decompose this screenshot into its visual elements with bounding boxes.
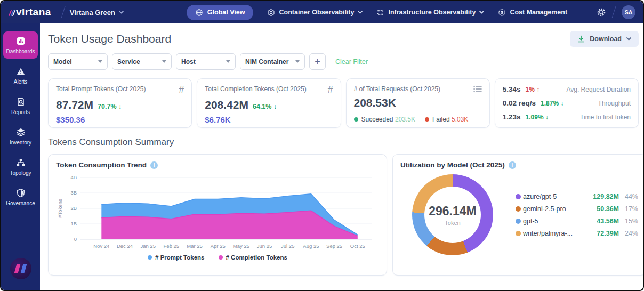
nav-item-cost-management[interactable]: Cost Management xyxy=(498,9,567,17)
legend-label[interactable]: gemini-2.5-pro xyxy=(523,205,586,213)
svg-text:3B: 3B xyxy=(70,190,77,196)
filter-bar: Model Service Host NIM Container + Clear… xyxy=(48,53,639,70)
sidebar-item-label: Alerts xyxy=(14,79,28,85)
utilization-by-model-card: Utilization by Model (Oct 2025) i 296.14… xyxy=(392,154,644,276)
green-dot-icon xyxy=(354,117,358,122)
sidebar-item-label: Reports xyxy=(11,109,30,115)
sidebar: Dashboards Alerts Reports xyxy=(1,23,40,290)
kpi-card-prompt-tokens: Total Prompt Tokens (Oct 2025) # 87.72M … xyxy=(48,78,192,128)
succeeded-stat: Succeeded 203.5K xyxy=(354,116,415,123)
list-icon xyxy=(473,85,482,93)
sidebar-item-label: Topology xyxy=(10,170,31,176)
svg-text:Mar 25: Mar 25 xyxy=(187,243,203,249)
perf-value: 0.02 req/s xyxy=(503,99,536,107)
legend-dot-icon xyxy=(219,255,223,260)
sidebar-item-topology[interactable]: Topology xyxy=(3,153,38,180)
svg-text:Apr 25: Apr 25 xyxy=(211,243,226,249)
workspace-label: Virtana Green xyxy=(70,9,115,17)
svg-text:Oct 25: Oct 25 xyxy=(350,243,365,249)
filter-select-service[interactable]: Service xyxy=(112,53,172,70)
legend-dot-icon xyxy=(516,206,521,212)
chart-title: Utilization by Model (Oct 2025) xyxy=(400,161,505,169)
workspace-switcher[interactable]: Virtana Green xyxy=(70,9,124,17)
perf-value: 1.23s xyxy=(503,113,521,121)
nav-divider xyxy=(61,6,65,18)
filter-select-model[interactable]: Model xyxy=(48,53,108,70)
legend-percent: 17% xyxy=(619,205,638,213)
chevron-down-icon xyxy=(358,11,363,14)
kpi-card-performance: 5.34s 1% ↑ Avg. Request Duration 0.02 re… xyxy=(495,78,639,128)
add-filter-button[interactable]: + xyxy=(309,53,326,70)
succeeded-value: 203.5K xyxy=(395,116,415,123)
failed-stat: Failed 5.03K xyxy=(425,116,468,123)
info-icon[interactable]: i xyxy=(150,161,158,169)
succeeded-label: Succeeded xyxy=(361,116,393,123)
svg-text:Nov 24: Nov 24 xyxy=(93,243,109,249)
failed-label: Failed xyxy=(432,116,450,123)
filter-value: Host xyxy=(181,58,196,66)
hash-icon: # xyxy=(179,85,184,95)
nav-item-infrastructure-observability[interactable]: Infrastructure Observability xyxy=(376,9,484,17)
nav-item-label: Cost Management xyxy=(510,9,567,16)
svg-text:Feb 25: Feb 25 xyxy=(164,243,180,249)
virtana-logo[interactable]: virtana xyxy=(10,6,51,18)
clear-filter-link[interactable]: Clear Filter xyxy=(335,58,368,66)
perf-label: Time to first token xyxy=(580,114,631,121)
alert-triangle-icon xyxy=(16,67,26,76)
caret-down-icon xyxy=(226,60,230,63)
sidebar-item-label: Dashboards xyxy=(6,48,35,54)
virtana-badge-logo[interactable] xyxy=(10,258,31,279)
legend-value: 72.39M xyxy=(586,230,619,237)
gear-icon[interactable] xyxy=(597,7,606,17)
sidebar-item-reports[interactable]: Reports xyxy=(3,92,38,119)
legend-label[interactable]: writer/palmyra-... xyxy=(523,230,586,237)
legend-label[interactable]: azure/gpt-5 xyxy=(523,193,586,200)
sidebar-item-dashboards[interactable]: Dashboards xyxy=(3,31,38,59)
info-icon[interactable]: i xyxy=(509,161,516,169)
page-title: Token Usage Dashboard xyxy=(48,33,171,45)
sync-arrows-icon xyxy=(376,9,384,17)
donut-total-label: Token xyxy=(445,220,460,226)
hash-icon: # xyxy=(327,85,333,95)
kpi-card-total-requests: # of Total Requests (Oct 2025) 208.53K S… xyxy=(346,78,490,128)
filter-value: Service xyxy=(117,58,140,66)
sidebar-item-governance[interactable]: Governance xyxy=(3,183,38,211)
legend-value: 50.36M xyxy=(586,205,619,213)
filter-select-host[interactable]: Host xyxy=(176,53,236,70)
download-label: Download xyxy=(590,35,622,43)
donut-chart: 296.14M Token xyxy=(412,174,493,255)
kpi-value: 208.42M xyxy=(205,99,248,111)
sidebar-item-inventory[interactable]: Inventory xyxy=(3,123,38,150)
caret-down-icon xyxy=(98,60,102,63)
legend-label: # Prompt Tokens xyxy=(155,254,204,261)
legend-item-completion-tokens[interactable]: # Completion Tokens xyxy=(219,254,287,261)
kpi-cost: $6.76K xyxy=(205,115,333,124)
nav-item-container-observability[interactable]: Container Observability xyxy=(267,9,363,17)
nav-item-global-view[interactable]: Global View xyxy=(187,5,254,20)
chevron-down-icon xyxy=(626,37,631,41)
perf-label: Throughput xyxy=(598,100,631,107)
top-nav: virtana Virtana Green Global View Contai… xyxy=(1,1,643,23)
chart-title: Token Consumption Trend xyxy=(56,161,147,169)
donut-total-value: 296.14M xyxy=(429,204,477,219)
svg-text:0: 0 xyxy=(74,236,77,242)
legend-dot-icon xyxy=(516,219,521,224)
sidebar-item-alerts[interactable]: Alerts xyxy=(3,62,38,89)
stacked-area-chart: 01B2B3B4B#TokensNov 24Dec 24Jan 25Feb 25… xyxy=(56,172,376,253)
legend-label: # Completion Tokens xyxy=(226,254,287,261)
dollar-coin-icon xyxy=(498,9,506,17)
user-avatar[interactable]: SA xyxy=(622,5,635,19)
svg-text:Jun 25: Jun 25 xyxy=(257,243,272,249)
dashboards-icon xyxy=(16,36,26,46)
red-dot-icon xyxy=(425,117,429,122)
legend-dot-icon xyxy=(516,231,521,236)
download-button[interactable]: Download xyxy=(570,31,639,47)
legend-percent: 44% xyxy=(619,193,638,200)
filter-select-nim-container[interactable]: NIM Container xyxy=(240,53,305,70)
legend-label[interactable]: gpt-5 xyxy=(523,217,586,225)
donut-legend: azure/gpt-5 129.82M 44% gemini-2.5-pro 5… xyxy=(516,193,638,237)
perf-label: Avg. Request Duration xyxy=(566,86,631,93)
legend-item-prompt-tokens[interactable]: # Prompt Tokens xyxy=(148,254,204,261)
nav-item-label: Container Observability xyxy=(279,9,354,16)
reports-icon xyxy=(16,97,26,107)
